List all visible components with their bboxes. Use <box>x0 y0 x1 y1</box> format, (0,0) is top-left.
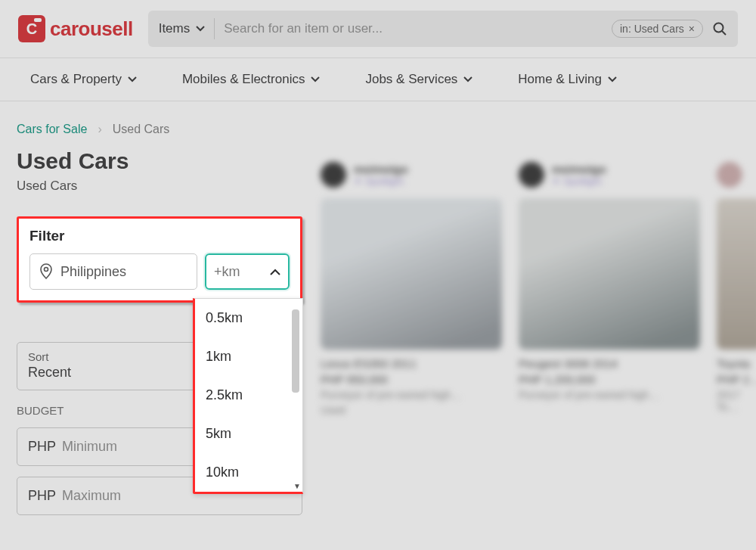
svg-line-1 <box>722 31 726 35</box>
results-grid: moimoigo ✦ Spotlight Lexus ES350 2011 PH… <box>321 162 756 526</box>
listing-price: PHP 1,200,000 <box>519 373 700 386</box>
listing-desc: Purveyor of pre-owned high… <box>519 389 700 401</box>
search-category-dropdown[interactable]: Items <box>159 21 206 36</box>
spotlight-badge: ✦ Spotlight <box>354 176 408 187</box>
svg-point-0 <box>714 23 723 33</box>
listing-price: PHP 2… <box>717 373 756 386</box>
pin-icon <box>39 263 53 280</box>
logo-icon: C <box>18 15 45 42</box>
seller-name: moimoigo <box>354 163 408 176</box>
listing-title: Peugeot 3008 2014 <box>519 357 700 370</box>
logo-text: carousell <box>50 17 133 41</box>
breadcrumb-root-link[interactable]: Cars for Sale <box>17 123 87 136</box>
chevron-down-icon <box>128 76 137 82</box>
listing-price: PHP 950,000 <box>321 373 502 386</box>
listing-card[interactable]: Toyota PHP 2… 2017 To… <box>717 162 756 526</box>
listing-title: Lexus ES350 2011 <box>321 357 502 370</box>
logo[interactable]: C carousell <box>18 15 133 42</box>
seller-name: moimoigo <box>552 163 606 176</box>
listing-desc: Purveyor of pre-owned high… <box>321 389 502 401</box>
distance-option[interactable]: 2.5km <box>195 376 302 415</box>
scrollbar-thumb[interactable] <box>292 309 299 393</box>
location-value: Philippines <box>60 264 126 280</box>
budget-max-placeholder: Maximum <box>62 488 121 504</box>
distance-option[interactable]: 10km <box>195 453 302 492</box>
page-subtitle: Used Cars <box>17 179 302 194</box>
distance-option[interactable]: 1km <box>195 337 302 376</box>
header-bar: C carousell Items Search for an item or … <box>0 0 756 57</box>
distance-option[interactable]: 5km <box>195 415 302 453</box>
nav-label: Home & Living <box>518 72 602 87</box>
search-category-label: Items <box>159 21 191 36</box>
listing-status: Used <box>321 404 502 416</box>
main-content: Cars for Sale › Used Cars Used Cars Used… <box>0 101 756 547</box>
category-nav: Cars & Property Mobiles & Electronics Jo… <box>0 57 756 101</box>
distance-label: +km <box>214 264 240 280</box>
listing-card[interactable]: moimoigo ✦ Spotlight Lexus ES350 2011 PH… <box>321 162 502 526</box>
distance-option[interactable]: 0.5km <box>195 299 302 337</box>
chevron-down-icon <box>608 76 617 82</box>
chevron-down-icon <box>463 76 472 82</box>
page-title: Used Cars <box>17 148 302 174</box>
avatar <box>519 162 544 188</box>
breadcrumb-current: Used Cars <box>113 123 170 136</box>
nav-item-home[interactable]: Home & Living <box>518 58 617 101</box>
listing-image <box>321 198 502 350</box>
listing-card[interactable]: moimoigo ✦ Spotlight Peugeot 3008 2014 P… <box>519 162 700 526</box>
chevron-down-icon <box>196 26 205 32</box>
chevron-right-icon: › <box>98 123 101 136</box>
nav-item-cars[interactable]: Cars & Property <box>30 58 137 101</box>
chevron-up-icon <box>270 269 280 275</box>
nav-label: Mobiles & Electronics <box>182 72 305 87</box>
nav-label: Cars & Property <box>30 72 122 87</box>
currency-label: PHP <box>28 488 56 504</box>
location-field[interactable]: Philippines <box>29 253 197 290</box>
nav-item-jobs[interactable]: Jobs & Services <box>365 58 472 101</box>
chip-label: in: Used Cars <box>620 23 684 35</box>
svg-point-2 <box>45 268 48 272</box>
breadcrumb: Cars for Sale › Used Cars <box>17 123 302 136</box>
avatar <box>717 162 742 188</box>
scrollbar[interactable]: ▼ <box>292 300 301 490</box>
listing-title: Toyota <box>717 357 756 370</box>
nav-item-mobiles[interactable]: Mobiles & Electronics <box>182 58 321 101</box>
distance-dropdown[interactable]: +km <box>205 253 290 290</box>
distance-dropdown-menu: 0.5km 1km 2.5km 5km 10km ▼ <box>193 298 303 494</box>
filter-title: Filter <box>29 228 290 244</box>
nav-label: Jobs & Services <box>365 72 457 87</box>
avatar <box>321 162 346 188</box>
chevron-down-icon <box>311 76 320 82</box>
close-icon[interactable]: × <box>689 23 695 35</box>
listing-image <box>717 198 756 350</box>
filter-panel: Filter Philippines +km <box>17 216 302 303</box>
listing-desc: 2017 To… <box>717 389 756 413</box>
listing-image <box>519 198 700 350</box>
search-icon[interactable] <box>712 21 727 36</box>
search-scope-chip[interactable]: in: Used Cars × <box>612 20 703 38</box>
scroll-down-icon[interactable]: ▼ <box>293 482 301 490</box>
search-bar: Items Search for an item or user... in: … <box>148 11 738 47</box>
search-input[interactable]: Search for an item or user... <box>224 21 603 36</box>
currency-label: PHP <box>28 439 56 455</box>
spotlight-badge: ✦ Spotlight <box>552 176 606 187</box>
divider <box>214 18 215 39</box>
budget-min-placeholder: Minimum <box>62 439 117 455</box>
